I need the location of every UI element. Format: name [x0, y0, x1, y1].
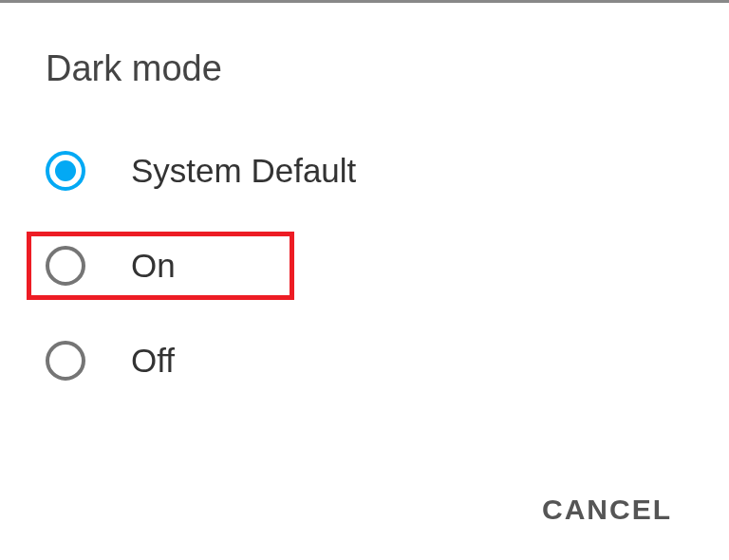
radio-icon — [46, 151, 85, 191]
option-label: On — [131, 247, 176, 285]
dialog-title: Dark mode — [46, 48, 683, 89]
option-label: System Default — [131, 152, 356, 190]
cancel-button[interactable]: CANCEL — [542, 494, 672, 526]
radio-icon — [46, 341, 85, 381]
radio-option-off[interactable]: Off — [46, 327, 683, 395]
radio-option-on[interactable]: On — [27, 232, 294, 300]
option-label: Off — [131, 342, 175, 380]
radio-option-system-default[interactable]: System Default — [46, 137, 683, 205]
radio-icon-inner — [55, 160, 76, 181]
dark-mode-dialog: Dark mode System Default On Off CANCEL — [0, 3, 729, 560]
radio-icon — [46, 246, 85, 286]
